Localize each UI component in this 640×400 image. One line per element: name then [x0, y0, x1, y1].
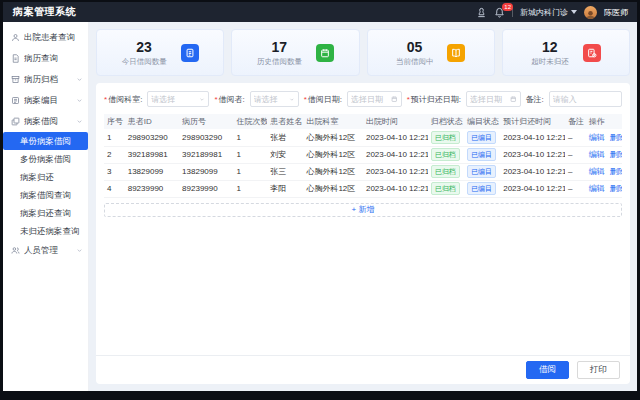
sidebar-item-record-catalog[interactable]: 病案编目	[3, 90, 88, 111]
cell-discharge-time: 2023-04-10 12:21	[363, 163, 428, 180]
edit-link[interactable]: 编辑	[589, 150, 605, 159]
stat-card-current-borrowing: 05 当前借阅中	[367, 29, 495, 76]
table-header-cell: 操作	[586, 114, 622, 129]
sidebar-item-record-borrow[interactable]: 病案借阅	[3, 111, 88, 132]
return-date-picker[interactable]	[466, 91, 521, 107]
delete-link[interactable]: 删除	[610, 184, 622, 193]
catalog-status-badge: 已编目	[467, 182, 496, 195]
chevron-down-icon	[76, 118, 83, 125]
cell-admissions: 1	[233, 163, 267, 180]
clinic-selector[interactable]: 新城内科门诊	[520, 7, 577, 18]
sidebar: 出院患者查询 病历查询 病历归档 病案编目	[3, 22, 89, 391]
borrower-select[interactable]	[250, 91, 299, 107]
return-date-input[interactable]	[470, 95, 508, 104]
header-right: 12 新城内科门诊 陈医师	[476, 6, 628, 19]
sidebar-item-label: 病历归档	[24, 74, 72, 86]
sidebar-subitem[interactable]: 多份病案借阅	[3, 150, 88, 168]
note-input[interactable]	[553, 95, 618, 104]
table-header-cell: 出院科室	[303, 114, 363, 129]
chevron-down-icon	[289, 96, 295, 103]
borrower-select-input[interactable]	[254, 95, 287, 104]
filter-label-dept: 借阅科室:	[104, 94, 142, 105]
borrow-date-input[interactable]	[351, 95, 389, 104]
table-header-cell: 预计归还时间	[500, 114, 565, 129]
edit-link[interactable]: 编辑	[589, 133, 605, 142]
edit-link[interactable]: 编辑	[589, 184, 605, 193]
borrow-panel: 借阅科室: 借阅者: 借阅日期:	[96, 83, 630, 384]
cell-actions: 编辑删除	[586, 146, 622, 163]
stat-label: 今日借阅数量	[122, 57, 167, 67]
catalog-status-badge: 已编目	[467, 131, 496, 144]
team-icon	[11, 246, 20, 255]
cell-admissions: 1	[233, 146, 267, 163]
book-icon	[447, 44, 465, 62]
cell-patient-id: 392189981	[125, 146, 179, 163]
note-field[interactable]	[549, 91, 622, 107]
sidebar-item-staff-management[interactable]: 人员管理	[3, 240, 88, 261]
borrow-date-picker[interactable]	[347, 91, 402, 107]
sidebar-subitem[interactable]: 单份病案借阅	[3, 132, 88, 150]
chevron-down-icon	[76, 247, 83, 254]
dept-select-input[interactable]	[151, 95, 197, 104]
print-button[interactable]: 打印	[577, 361, 620, 379]
cell-dept: 心胸外科12区	[303, 129, 363, 146]
catalog-icon	[11, 96, 20, 105]
table-row: 3 13829099 13829099 1 张三 心胸外科12区 2023-04…	[104, 163, 622, 180]
sidebar-subitem[interactable]: 病案归还查询	[3, 204, 88, 222]
sidebar-subitem[interactable]: 病案归还	[3, 168, 88, 186]
caret-down-icon	[571, 10, 577, 14]
dept-select[interactable]	[147, 91, 209, 107]
cell-expected-return: 2023-04-10 12:21	[500, 146, 565, 163]
sidebar-item-discharged-patients[interactable]: 出院患者查询	[3, 27, 88, 48]
table-header-cell: 编目状态	[464, 114, 500, 129]
table-header-cell: 备注	[565, 114, 586, 129]
delete-link[interactable]: 删除	[610, 133, 622, 142]
borrow-table-wrap: 序号 患者ID 病历号 住院次数 患者姓名	[96, 114, 630, 198]
notification-badge: 12	[502, 3, 513, 11]
table-row: 2 392189981 392189981 1 刘安 心胸外科12区 2023-…	[104, 146, 622, 163]
cell-record-no: 89239990	[179, 180, 233, 197]
layout: 出院患者查询 病历查询 病历归档 病案编目	[3, 22, 637, 391]
sidebar-subitem[interactable]: 未归还病案查询	[3, 222, 88, 240]
chevron-down-icon	[76, 76, 83, 83]
table-row: 1 298903290 298903290 1 张岩 心胸外科12区 2023-…	[104, 129, 622, 146]
cell-record-no: 13829099	[179, 163, 233, 180]
table-body: 1 298903290 298903290 1 张岩 心胸外科12区 2023-…	[104, 129, 622, 197]
delete-link[interactable]: 删除	[610, 150, 622, 159]
sidebar-item-record-query[interactable]: 病历查询	[3, 48, 88, 69]
sidebar-item-record-archive[interactable]: 病历归档	[3, 69, 88, 90]
cell-no: 2	[104, 146, 125, 163]
cell-expected-return: 2023-04-10 12:21	[500, 180, 565, 197]
app-title: 病案管理系统	[13, 5, 76, 19]
top-header: 病案管理系统 12 新城内科门诊 陈医师	[3, 2, 637, 22]
borrow-table: 序号 患者ID 病历号 住院次数 患者姓名	[104, 114, 622, 198]
table-row: 4 89239990 89239990 1 李阳 心胸外科12区 2023-04…	[104, 180, 622, 197]
borrow-button[interactable]: 借阅	[526, 361, 569, 379]
filter-label-borrow-date: 借阅日期:	[304, 94, 342, 105]
cell-record-no: 298903290	[179, 129, 233, 146]
table-header-cell: 序号	[104, 114, 125, 129]
cell-admissions: 1	[233, 129, 267, 146]
table-header-cell: 住院次数	[233, 114, 267, 129]
stamp-icon[interactable]	[476, 7, 487, 18]
delete-link[interactable]: 删除	[610, 167, 622, 176]
cell-patient-id: 13829099	[125, 163, 179, 180]
sidebar-item-label: 人员管理	[24, 245, 72, 257]
sidebar-item-label: 病案借阅	[24, 116, 72, 128]
main-content: 23 今日借阅数量 17 历史借阅数量	[89, 22, 637, 391]
add-row-button[interactable]: + 新增	[104, 203, 622, 217]
sidebar-subitem[interactable]: 病案借阅查询	[3, 186, 88, 204]
stat-label: 超时未归还	[531, 57, 569, 67]
bell-icon[interactable]: 12	[494, 7, 505, 18]
cell-note: –	[565, 163, 586, 180]
stat-value: 23	[122, 39, 167, 55]
cell-dept: 心胸外科12区	[303, 180, 363, 197]
calendar-icon	[391, 95, 398, 103]
avatar[interactable]	[584, 6, 597, 19]
file-icon	[11, 54, 20, 63]
table-header-cell: 患者姓名	[267, 114, 303, 129]
table-header-cell: 归档状态	[428, 114, 464, 129]
cell-record-no: 392189981	[179, 146, 233, 163]
archive-status-badge: 已归档	[431, 182, 460, 195]
edit-link[interactable]: 编辑	[589, 167, 605, 176]
